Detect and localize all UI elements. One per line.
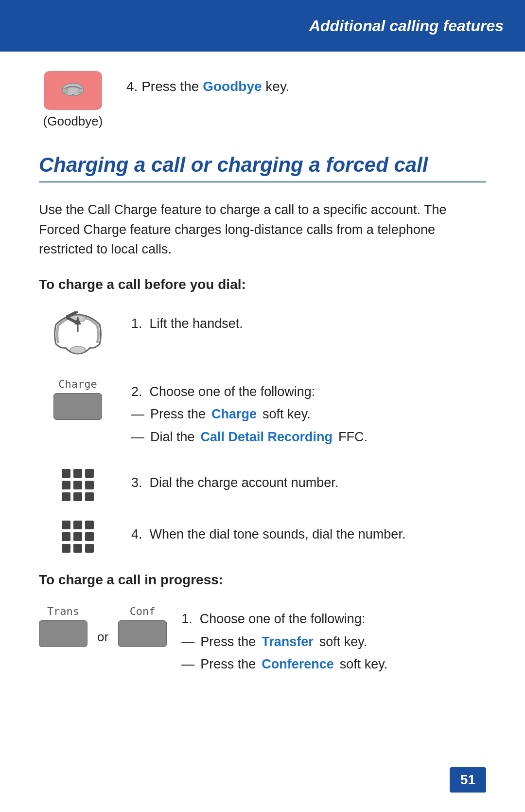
step-2-sub-2-link: Call Detail Recording	[201, 427, 333, 447]
goodbye-key-wrapper: (Goodbye)	[39, 71, 107, 129]
step-2-number: 2.	[131, 384, 142, 399]
step-2-sub-2: Dial the Call Detail Recording FFC.	[131, 427, 486, 447]
step-3-number: 3.	[131, 475, 142, 490]
keypad-icon-4	[62, 521, 94, 553]
in-progress-sub-2-prefix: Press the	[200, 654, 256, 674]
goodbye-text: 4. Press the Goodbye key.	[126, 71, 290, 94]
step-3-row: 3. Dial the charge account number.	[39, 469, 486, 501]
step-4-desc: When the dial tone sounds, dial the numb…	[150, 527, 406, 541]
conf-soft-key	[118, 620, 167, 647]
step-3-text: 3. Dial the charge account number.	[131, 469, 486, 493]
section-heading: Charging a call or charging a forced cal…	[39, 153, 486, 182]
in-progress-sub-1-link: Transfer	[262, 632, 314, 652]
step-2-sub-1: Press the Charge soft key.	[131, 404, 486, 424]
step-4-number: 4.	[131, 527, 142, 541]
step-4-icon-col	[39, 521, 117, 553]
keypad-icon-3	[62, 469, 94, 501]
trans-soft-key	[39, 620, 88, 647]
step-1-number: 1.	[131, 316, 142, 331]
in-progress-heading: To charge a call in progress:	[39, 572, 486, 588]
handset-lift-svg	[46, 310, 109, 359]
in-progress-sub-1: Press the Transfer soft key.	[181, 632, 486, 652]
step-1-text: 1. Lift the handset.	[131, 310, 486, 334]
step-2-sub-2-prefix: Dial the	[150, 427, 195, 447]
step-2-text: 2. Choose one of the following: Press th…	[131, 378, 486, 450]
goodbye-phone-icon	[58, 80, 88, 102]
trans-label: Trans	[47, 605, 79, 617]
charge-key-label: Charge	[58, 378, 97, 390]
before-dial-heading: To charge a call before you dial:	[39, 277, 486, 292]
step-4-row: 4. When the dial tone sounds, dial the n…	[39, 521, 486, 553]
step-3-desc: Dial the charge account number.	[150, 475, 339, 490]
in-progress-step-1-text: 1. Choose one of the following: Press th…	[181, 605, 486, 677]
goodbye-key-name: Goodbye	[203, 79, 262, 94]
step-1-desc: Lift the handset.	[150, 316, 243, 331]
step-2-icon-col: Charge	[39, 378, 117, 420]
charge-key-wrapper: Charge	[53, 378, 102, 420]
or-label: or	[88, 605, 118, 645]
goodbye-step-number: 4.	[126, 79, 138, 94]
in-progress-step-1-icon: Trans or Conf	[39, 605, 167, 647]
trans-conf-wrapper: Trans or Conf	[39, 605, 167, 647]
in-progress-step-1-sub-list: Press the Transfer soft key. Press the C…	[181, 632, 486, 674]
step-4-text: 4. When the dial tone sounds, dial the n…	[131, 521, 486, 544]
goodbye-text-after: key.	[262, 79, 290, 94]
step-2-desc: Choose one of the following:	[150, 384, 315, 399]
step-2-row: Charge 2. Choose one of the following: P…	[39, 378, 486, 450]
goodbye-key-icon	[44, 71, 102, 110]
before-dial-steps: 1. Lift the handset. Charge 2. Choose on…	[39, 310, 486, 553]
in-progress-step-1-number: 1.	[181, 612, 192, 626]
header-bar: Additional calling features	[0, 0, 525, 52]
goodbye-section: (Goodbye) 4. Press the Goodbye key.	[39, 71, 486, 129]
trans-key-group: Trans	[39, 605, 88, 647]
step-2-sub-1-link: Charge	[211, 404, 257, 424]
goodbye-label: (Goodbye)	[43, 114, 103, 129]
in-progress-sub-2-link: Conference	[262, 654, 334, 674]
in-progress-sub-2: Press the Conference soft key.	[181, 654, 486, 674]
goodbye-text-before: Press the	[141, 79, 203, 94]
step-1-icon-col	[39, 310, 117, 359]
in-progress-steps: Trans or Conf 1. Choose one of the follo…	[39, 605, 486, 677]
page-number: 51	[450, 767, 486, 793]
step-2-sub-1-suffix: soft key.	[262, 404, 311, 424]
description-paragraph: Use the Call Charge feature to charge a …	[39, 200, 486, 259]
svg-point-5	[70, 346, 86, 353]
charge-soft-key-button	[53, 393, 102, 420]
svg-rect-1	[62, 89, 68, 93]
svg-rect-2	[78, 89, 84, 93]
conf-label: Conf	[130, 605, 156, 617]
handset-icon	[46, 310, 109, 359]
step-2-sub-1-prefix: Press the	[150, 404, 206, 424]
step-2-sub-2-suffix: FFC.	[338, 427, 368, 447]
header-title: Additional calling features	[309, 17, 504, 35]
in-progress-sub-2-suffix: soft key.	[340, 654, 388, 674]
in-progress-step-1-row: Trans or Conf 1. Choose one of the follo…	[39, 605, 486, 677]
conf-key-group: Conf	[118, 605, 167, 647]
in-progress-sub-1-suffix: soft key.	[319, 632, 368, 652]
in-progress-sub-1-prefix: Press the	[200, 632, 256, 652]
step-2-sub-list: Press the Charge soft key. Dial the Call…	[131, 404, 486, 447]
main-content: (Goodbye) 4. Press the Goodbye key. Char…	[0, 52, 525, 736]
step-3-icon-col	[39, 469, 117, 501]
in-progress-step-1-desc: Choose one of the following:	[200, 612, 366, 626]
step-1-row: 1. Lift the handset.	[39, 310, 486, 359]
